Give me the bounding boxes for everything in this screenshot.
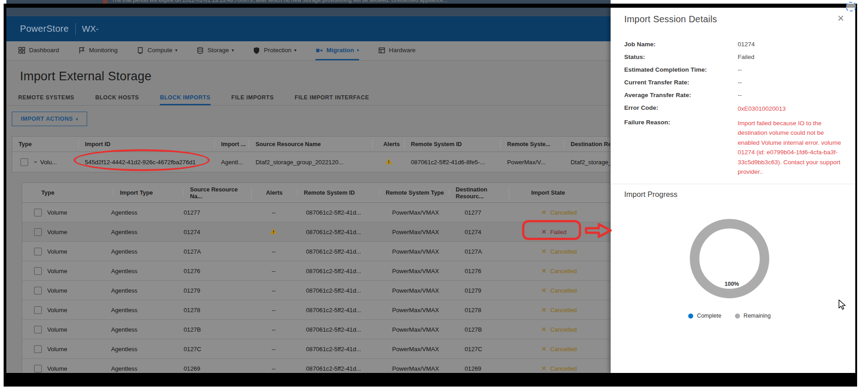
row-checkbox[interactable]: [34, 326, 42, 333]
column-header-import-type[interactable]: Import Type: [113, 189, 183, 196]
tab-remote-systems[interactable]: REMOTE SYSTEMS: [18, 91, 74, 105]
tab-file-import-interface[interactable]: FILE IMPORT INTERFACE: [295, 91, 369, 105]
column-header-remote-system-id[interactable]: Remote System ID: [297, 189, 379, 196]
annotation-frame-bottom: [4, 373, 857, 387]
cell-source: 01274: [177, 229, 247, 235]
cell-source: 01279: [177, 287, 247, 294]
row-checkbox[interactable]: [34, 228, 42, 236]
cell-remote-system-type: PowerMax/VMAX: [386, 268, 459, 274]
close-icon[interactable]: ✕: [837, 13, 844, 24]
column-header-alerts[interactable]: Alerts: [373, 140, 404, 149]
cell-alerts: --: [247, 268, 300, 274]
job-name-value: 01274: [738, 40, 847, 49]
cell-destination: 01274: [458, 229, 519, 235]
column-header-destination-resource[interactable]: Destination Res...: [564, 140, 610, 149]
cell-destination: 01278: [458, 307, 519, 314]
row-checkbox[interactable]: [34, 345, 42, 353]
row-checkbox[interactable]: [34, 306, 42, 314]
cell-remote-system-type: PowerMax/V...: [501, 159, 564, 166]
nav-label: Storage: [207, 47, 229, 54]
x-icon: ✕: [541, 345, 547, 353]
cell-destination: 01277: [458, 209, 519, 216]
cell-destination: 0127B: [458, 326, 519, 333]
cell-source: 01277: [177, 209, 247, 216]
tab-block-hosts[interactable]: BLOCK HOSTS: [95, 91, 139, 105]
column-header-alerts[interactable]: Alerts: [252, 189, 297, 196]
nav-label: Protection: [264, 47, 291, 54]
cell-source: 01269: [177, 365, 247, 372]
column-header-destination-resource[interactable]: Destination Resourc...: [449, 186, 509, 200]
alert-dot-icon: [103, 0, 108, 4]
row-checkbox[interactable]: [34, 287, 42, 294]
nav-item-migration[interactable]: Migration ▾: [316, 41, 359, 60]
header-divider: [75, 23, 76, 35]
row-checkbox[interactable]: [34, 267, 42, 275]
cell-import-type: Agentless: [105, 248, 178, 255]
table-row: Volume Agentless 01278 -- 087061c2-5ff2-…: [22, 300, 610, 320]
cell-type: Volume: [47, 229, 67, 235]
nav-item-dashboard[interactable]: Dashboard: [18, 41, 59, 60]
cell-alerts: --: [247, 248, 300, 255]
column-header-type[interactable]: Type: [12, 140, 79, 149]
column-header-remote-system-type[interactable]: Remote Syste...: [501, 140, 564, 149]
row-checkbox[interactable]: [34, 209, 42, 216]
column-header-source-resource-name[interactable]: Source Resource Na...: [183, 186, 252, 200]
x-icon: ✕: [541, 248, 547, 255]
nav-item-compute[interactable]: Compute ▾: [137, 41, 178, 60]
compute-icon: [137, 47, 144, 54]
column-header-remote-system-id[interactable]: Remote System ID: [404, 140, 501, 149]
import-actions-button[interactable]: IMPORT ACTIONS ▾: [12, 112, 87, 126]
donut-center-label: 100%: [718, 281, 745, 287]
legend-item-complete: Complete: [688, 313, 721, 319]
chevron-down-icon: ▾: [232, 48, 234, 53]
cell-remote-system-type: PowerMax/VMAX: [386, 248, 459, 255]
trial-banner-body: [6, 8, 611, 16]
column-header-remote-system-type[interactable]: Remote System Type: [380, 189, 449, 196]
cell-import-state: ✕Cancelled: [519, 267, 610, 274]
cell-import-type: Agentless: [105, 229, 178, 235]
tab-block-imports[interactable]: BLOCK IMPORTS: [160, 91, 210, 105]
migration-icon: [316, 47, 323, 54]
cell-remote-system-type: PowerMax/VMAX: [386, 229, 459, 235]
cell-remote-system-id: 087061c2-5ff2-41d...: [300, 365, 386, 372]
cell-remote-system-id: 087061c2-5ff2-41d6-8fe5-...: [404, 159, 501, 166]
row-checkbox[interactable]: [34, 248, 42, 255]
column-header-import-state[interactable]: Import State: [509, 189, 610, 196]
column-header-source-resource-name[interactable]: Source Resource Name: [249, 140, 373, 149]
average-transfer-rate-value: --: [738, 91, 847, 99]
cell-remote-system-id: 087061c2-5ff2-41d...: [300, 326, 386, 333]
cell-import-type: Agentless: [105, 326, 178, 333]
nav-item-protection[interactable]: Protection ▾: [253, 41, 296, 60]
status-value: Failed: [738, 53, 847, 61]
nav-item-hardware[interactable]: Hardware: [378, 41, 416, 60]
field-label: Job Name:: [624, 40, 738, 49]
collapse-chevron-icon[interactable]: ⌄: [33, 157, 39, 165]
nav-item-monitoring[interactable]: Monitoring: [78, 41, 118, 60]
annotation-frame-right: [855, 4, 857, 387]
cell-remote-system-id: 087061c2-5ff2-41d...: [300, 307, 386, 314]
panel-title: Import Session Details: [624, 14, 717, 24]
cell-type: Volume: [47, 268, 67, 274]
cell-destination: 01276: [458, 268, 519, 274]
column-header-type[interactable]: Type: [22, 189, 113, 196]
cell-alerts: --: [247, 287, 300, 294]
table-row: Volume Agentless 0127B -- 087061c2-5ff2-…: [22, 320, 610, 339]
tab-file-imports[interactable]: FILE IMPORTS: [232, 91, 274, 105]
nav-label: Dashboard: [29, 47, 59, 54]
chart-legend: Complete Remaining: [639, 313, 820, 319]
cell-source: 0127B: [177, 326, 247, 333]
cell-import-state: ✕Cancelled: [519, 209, 610, 216]
cell-type: Volume: [47, 326, 67, 333]
nav-item-storage[interactable]: Storage ▾: [197, 41, 234, 60]
cell-import-state: ✕Cancelled: [519, 287, 610, 294]
import-progress-heading: Import Progress: [624, 190, 677, 199]
row-checkbox[interactable]: [20, 158, 28, 166]
row-checkbox[interactable]: [34, 365, 42, 372]
field-label: Error Code:: [624, 104, 738, 114]
nav-label: Compute: [148, 47, 173, 54]
column-header-import-id[interactable]: Import ID: [79, 140, 215, 149]
cell-remote-system-id: 087061c2-5ff2-41d...: [300, 287, 386, 294]
legend-item-remaining: Remaining: [735, 313, 771, 319]
main-nav: Dashboard Monitoring Compute ▾ Storage ▾…: [6, 41, 611, 61]
column-header-import[interactable]: Import ...: [215, 140, 249, 149]
